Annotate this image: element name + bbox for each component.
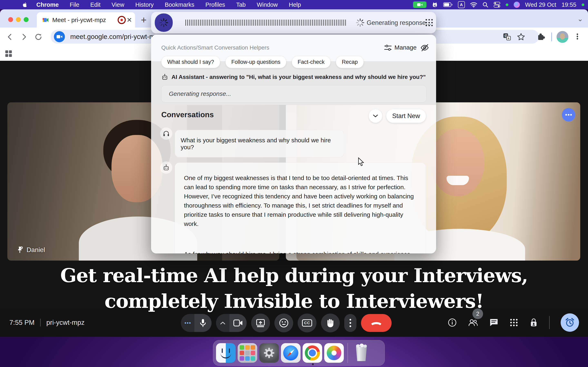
start-new-button[interactable]: Start New bbox=[386, 109, 426, 123]
mic-more-dots-icon[interactable] bbox=[181, 314, 194, 332]
apple-logo-icon[interactable] bbox=[20, 2, 29, 8]
dock-safari-icon[interactable] bbox=[281, 343, 301, 363]
menu-item-bookmarks[interactable]: Bookmarks bbox=[159, 1, 200, 8]
reactions-emoji-button[interactable] bbox=[274, 314, 293, 332]
chip-what-should-i-say[interactable]: What should I say? bbox=[161, 56, 220, 68]
host-controls-lock-icon[interactable] bbox=[529, 318, 538, 327]
dock-trash-icon[interactable] bbox=[352, 343, 371, 363]
forward-button[interactable] bbox=[20, 33, 29, 42]
answer-paragraph-2: As for why you should hire me, I bring a… bbox=[184, 250, 417, 253]
activities-grid-icon[interactable] bbox=[510, 318, 518, 327]
svg-text:a: a bbox=[508, 36, 509, 40]
tile-options-button[interactable] bbox=[562, 108, 575, 122]
extensions-icon[interactable] bbox=[536, 32, 546, 42]
quick-actions-header: Quick Actions/Smart Conversation Helpers bbox=[161, 44, 269, 51]
wifi-icon[interactable] bbox=[470, 2, 477, 7]
control-center-icon[interactable] bbox=[493, 2, 501, 8]
meet-control-bar: 7:55 PM pri-ycwt-mpz bbox=[0, 308, 588, 337]
screen-share-green-dot bbox=[506, 3, 508, 6]
camera-active-indicator-icon[interactable] bbox=[413, 1, 426, 8]
macos-menu-bar: Chrome File Edit View History Bookmarks … bbox=[0, 0, 588, 9]
meeting-code: pri-ycwt-mpz bbox=[46, 319, 85, 326]
new-tab-button[interactable]: + bbox=[141, 14, 147, 25]
browser-tab[interactable]: Meet - pri-ycwt-mpz ✕ bbox=[37, 12, 135, 27]
dock-chrome-icon[interactable] bbox=[303, 343, 322, 363]
assistant-logo-spinner[interactable] bbox=[155, 13, 173, 32]
meet-camera-chip-icon[interactable] bbox=[54, 31, 65, 42]
mouse-cursor bbox=[358, 157, 365, 167]
input-source-icon[interactable]: A bbox=[458, 1, 465, 8]
chat-icon[interactable] bbox=[489, 318, 499, 327]
reload-button[interactable] bbox=[34, 33, 43, 42]
dock-finder-icon[interactable] bbox=[216, 343, 236, 363]
answer-paragraph-1: One of my biggest weaknesses is that I t… bbox=[184, 173, 417, 228]
marketing-headline: Get real-time AI help during your Interv… bbox=[0, 263, 588, 314]
menu-item-history[interactable]: History bbox=[130, 1, 159, 8]
dock-launchpad-icon[interactable] bbox=[238, 343, 257, 363]
url-text[interactable]: meet.google.com/pri-ycwt-mpz bbox=[70, 33, 162, 41]
captions-label: CC bbox=[304, 321, 310, 325]
assistant-robot-icon bbox=[160, 161, 172, 174]
menu-item-chrome[interactable]: Chrome bbox=[29, 1, 64, 8]
question-bubble: What is your biggest weakness and why sh… bbox=[175, 130, 344, 157]
camera-icon[interactable] bbox=[229, 314, 247, 332]
window-minimize-button[interactable] bbox=[16, 17, 21, 22]
translate-icon[interactable]: Ga bbox=[503, 33, 511, 41]
menu-item-profiles[interactable]: Profiles bbox=[200, 1, 231, 8]
tab-title: Meet - pri-ycwt-mpz bbox=[52, 17, 106, 24]
dock-photos-icon[interactable] bbox=[324, 343, 344, 363]
question-text: What is your biggest weakness and why sh… bbox=[181, 137, 344, 151]
dock-divider bbox=[347, 343, 348, 363]
chip-follow-up-questions[interactable]: Follow-up questions bbox=[225, 56, 286, 68]
chip-recap[interactable]: Recap bbox=[336, 56, 364, 68]
chip-fact-check[interactable]: Fact-check bbox=[292, 56, 330, 68]
battery-icon[interactable] bbox=[443, 2, 453, 7]
camera-chevron-up-icon[interactable] bbox=[216, 314, 229, 332]
meeting-details-info-icon[interactable] bbox=[448, 318, 457, 327]
bookmark-star-icon[interactable] bbox=[517, 33, 526, 42]
meet-favicon bbox=[42, 17, 49, 24]
captions-button[interactable]: CC bbox=[298, 314, 316, 332]
raise-hand-button[interactable] bbox=[321, 314, 340, 332]
tab-close-icon[interactable]: ✕ bbox=[127, 16, 132, 24]
people-icon[interactable]: 2 bbox=[468, 318, 478, 327]
spotlight-search-icon[interactable] bbox=[483, 2, 488, 8]
profile-avatar[interactable] bbox=[557, 31, 568, 43]
menu-item-edit[interactable]: Edit bbox=[85, 1, 106, 8]
manage-sliders-icon[interactable] bbox=[384, 44, 392, 52]
menu-item-view[interactable]: View bbox=[106, 1, 130, 8]
present-screen-button[interactable] bbox=[251, 314, 270, 332]
back-button[interactable] bbox=[5, 33, 14, 42]
apps-grid-dots-icon[interactable] bbox=[425, 18, 433, 27]
people-count-badge: 2 bbox=[472, 309, 483, 319]
siri-icon[interactable] bbox=[514, 2, 520, 8]
window-zoom-button[interactable] bbox=[24, 17, 29, 22]
headline-line1: Get real-time AI help during your Interv… bbox=[0, 263, 588, 288]
camera-button-group[interactable] bbox=[216, 314, 247, 332]
menu-item-help[interactable]: Help bbox=[283, 1, 307, 8]
manage-button[interactable]: Manage bbox=[394, 44, 416, 51]
window-close-button[interactable] bbox=[8, 17, 13, 22]
tabstrip-chevron-down-icon[interactable]: ⌄ bbox=[577, 15, 583, 23]
mic-icon[interactable] bbox=[194, 314, 212, 332]
robot-icon bbox=[161, 73, 168, 81]
end-call-button[interactable] bbox=[361, 314, 392, 332]
mic-button-group[interactable] bbox=[181, 314, 212, 332]
menu-item-file[interactable]: File bbox=[64, 1, 85, 8]
tab-groups-grid-icon[interactable] bbox=[5, 50, 12, 57]
chrome-menu-kebab-icon[interactable] bbox=[573, 32, 582, 41]
eye-off-icon[interactable] bbox=[420, 43, 429, 52]
menu-item-window[interactable]: Window bbox=[251, 1, 283, 8]
person-smile bbox=[447, 176, 469, 185]
more-options-button[interactable] bbox=[344, 314, 356, 332]
menu-item-tab[interactable]: Tab bbox=[231, 1, 251, 8]
listener-headphones-icon bbox=[160, 127, 172, 140]
menu-bar-date: Wed 29 Oct bbox=[525, 1, 556, 8]
timer-clock-button[interactable] bbox=[561, 313, 579, 332]
menu-bar-clock: 19:55 bbox=[562, 1, 576, 8]
assistant-floating-bar[interactable]: Generating response... bbox=[151, 12, 436, 33]
cat-app-status-icon[interactable]: S bbox=[432, 1, 438, 8]
conversations-chevron-button[interactable] bbox=[369, 109, 382, 123]
macos-dock bbox=[213, 340, 385, 366]
dock-settings-icon[interactable] bbox=[259, 343, 279, 363]
